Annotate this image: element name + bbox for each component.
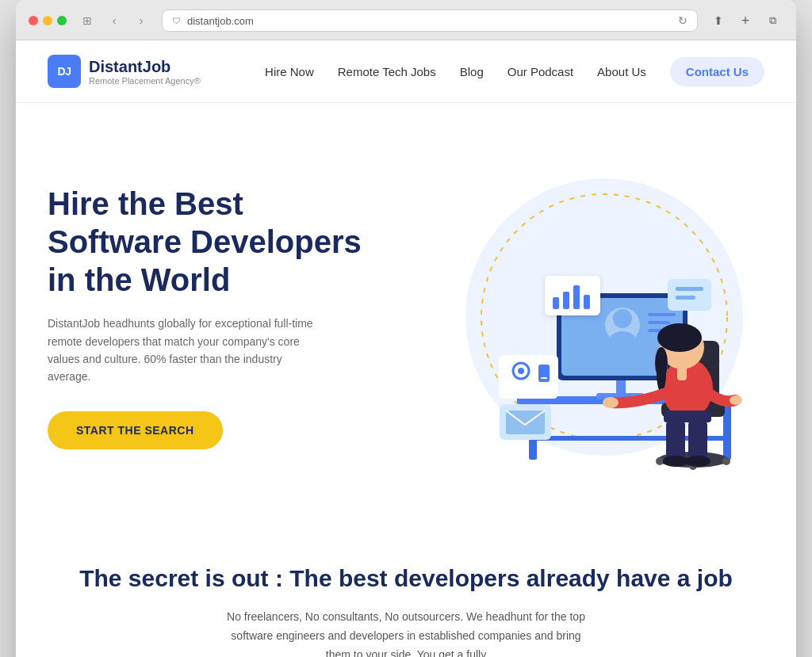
hero-section: Hire the Best Software Developers in the… (16, 103, 796, 515)
svg-point-35 (656, 457, 664, 465)
share-icon[interactable]: ⬆ (707, 12, 730, 29)
svg-rect-19 (573, 285, 580, 309)
logo-tagline: Remote Placement Agency® (89, 76, 201, 86)
svg-rect-16 (545, 276, 600, 315)
svg-rect-18 (563, 292, 569, 309)
hero-description: DistantJob headhunts globally for except… (48, 315, 317, 386)
browser-actions: ⬆ + ⧉ (707, 12, 783, 29)
browser-dots (29, 16, 67, 25)
new-tab-icon[interactable]: + (734, 12, 756, 29)
svg-rect-29 (676, 287, 703, 291)
refresh-icon[interactable]: ↻ (678, 14, 688, 27)
section-two-title: The secret is out : The best developers … (48, 563, 764, 594)
maximize-dot[interactable] (57, 16, 67, 25)
svg-point-37 (722, 457, 730, 465)
svg-rect-17 (553, 297, 559, 309)
svg-point-42 (657, 353, 666, 392)
minimize-dot[interactable] (43, 16, 52, 25)
svg-point-40 (657, 323, 702, 352)
nav-blog[interactable]: Blog (460, 65, 484, 78)
navbar: DJ DistantJob Remote Placement Agency® H… (16, 40, 796, 103)
hero-illustration (381, 151, 764, 483)
logo-name: DistantJob (89, 58, 201, 76)
browser-titlebar: ⊞ ‹ › 🛡 distantjob.com ↻ ⬆ + ⧉ (16, 0, 796, 40)
address-bar[interactable]: 🛡 distantjob.com ↻ (162, 10, 698, 32)
contact-us-button[interactable]: Contact Us (670, 57, 764, 86)
svg-point-23 (518, 368, 524, 374)
tabs-icon[interactable]: ⧉ (761, 12, 783, 29)
svg-rect-13 (648, 313, 676, 316)
svg-point-49 (663, 456, 688, 467)
svg-point-12 (610, 331, 635, 347)
svg-point-11 (613, 309, 632, 328)
forward-icon[interactable]: › (130, 12, 152, 29)
svg-rect-20 (584, 295, 590, 309)
nav-podcast[interactable]: Our Podcast (508, 65, 573, 78)
svg-rect-47 (666, 420, 685, 460)
security-icon: 🛡 (172, 16, 181, 25)
svg-rect-24 (538, 365, 550, 382)
sidebar-toggle-icon[interactable]: ⊞ (76, 12, 98, 29)
hero-left: Hire the Best Software Developers in the… (48, 185, 381, 449)
logo-icon: DJ (48, 55, 81, 88)
section-two-text: No freelancers, No consultants, No outso… (224, 608, 588, 657)
svg-point-45 (730, 395, 742, 405)
svg-rect-28 (668, 279, 711, 311)
back-icon[interactable]: ‹ (103, 12, 125, 29)
svg-point-44 (603, 397, 619, 408)
hero-svg (382, 159, 763, 476)
nav-hire-now[interactable]: Hire Now (265, 65, 314, 78)
hero-title: Hire the Best Software Developers in the… (48, 185, 381, 299)
browser-window: ⊞ ‹ › 🛡 distantjob.com ↻ ⬆ + ⧉ DJ Distan… (16, 0, 796, 657)
close-dot[interactable] (29, 16, 38, 25)
logo-text: DistantJob Remote Placement Agency® (89, 58, 201, 86)
svg-rect-43 (677, 366, 687, 380)
browser-controls: ⊞ ‹ › (76, 12, 152, 29)
svg-rect-14 (648, 321, 670, 324)
nav-remote-tech-jobs[interactable]: Remote Tech Jobs (338, 65, 436, 78)
nav-about-us[interactable]: About Us (597, 65, 646, 78)
section-two: The secret is out : The best developers … (16, 515, 796, 657)
logo-area[interactable]: DJ DistantJob Remote Placement Agency® (48, 55, 201, 88)
start-search-button[interactable]: START THE SEARCH (48, 411, 223, 449)
svg-rect-30 (676, 296, 695, 300)
svg-point-50 (685, 456, 710, 467)
website-content: DJ DistantJob Remote Placement Agency® H… (16, 40, 796, 657)
svg-rect-48 (688, 420, 707, 460)
nav-links: Hire Now Remote Tech Jobs Blog Our Podca… (265, 57, 764, 86)
url-text: distantjob.com (187, 15, 254, 27)
svg-rect-25 (541, 377, 547, 379)
